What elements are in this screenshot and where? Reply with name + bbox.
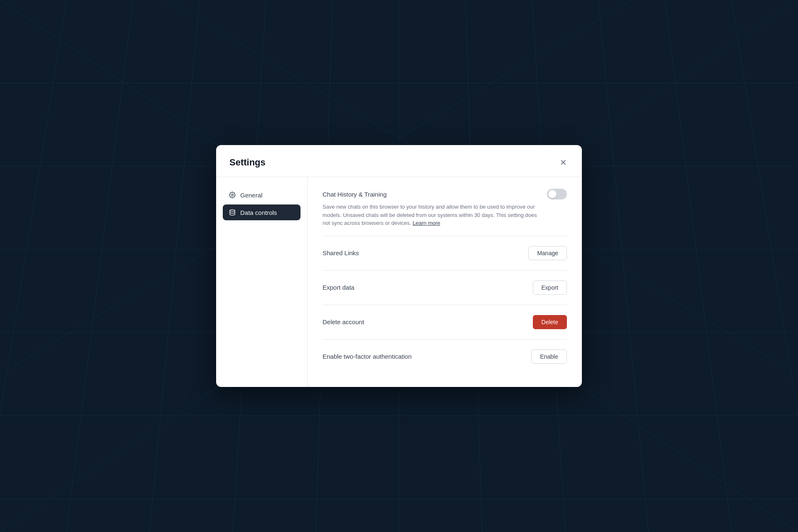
two-factor-row: Enable two-factor authentication Enable [323,350,567,364]
delete-account-label: Delete account [323,318,364,325]
svg-line-9 [665,0,732,532]
chat-history-section: Chat History & Training Save new chats o… [323,189,567,236]
close-button[interactable]: ✕ [558,157,569,168]
sidebar-item-data-controls[interactable]: Data controls [223,204,300,220]
two-factor-section: Enable two-factor authentication Enable [323,350,567,374]
svg-line-11 [732,0,798,416]
enable-button[interactable]: Enable [531,350,567,364]
modal-title: Settings [229,157,266,168]
delete-button[interactable]: Delete [533,315,567,329]
export-button[interactable]: Export [533,281,567,295]
settings-modal: Settings ✕ General [216,145,582,387]
svg-line-7 [598,0,648,532]
svg-line-8 [66,0,133,532]
close-icon: ✕ [560,158,567,167]
svg-point-23 [230,210,235,212]
delete-account-section: Delete account Delete [323,315,567,339]
chat-history-description: Save new chats on this browser to your h… [323,203,539,227]
chat-history-toggle[interactable] [547,189,567,200]
modal-body: General Data controls Chat History [216,177,582,387]
sidebar-item-label-general: General [240,192,262,199]
modal-header: Settings ✕ [216,145,582,177]
divider-3 [323,305,567,305]
learn-more-link[interactable]: Learn more [413,220,440,226]
svg-line-6 [150,0,200,532]
shared-links-label: Shared Links [323,249,359,256]
svg-line-10 [0,0,66,416]
export-data-row: Export data Export [323,281,567,295]
database-icon [229,209,236,216]
export-data-label: Export data [323,284,355,291]
two-factor-label: Enable two-factor authentication [323,353,411,360]
divider-1 [323,236,567,236]
shared-links-section: Shared Links Manage [323,246,567,270]
divider-4 [323,339,567,340]
sidebar-item-label-data-controls: Data controls [240,209,277,216]
chat-history-row: Chat History & Training [323,189,567,200]
export-data-section: Export data Export [323,281,567,305]
sidebar-item-general[interactable]: General [223,187,300,203]
svg-point-22 [232,194,233,196]
chat-history-label: Chat History & Training [323,191,387,198]
gear-icon [229,191,236,199]
sidebar: General Data controls [216,177,308,387]
manage-button[interactable]: Manage [528,246,567,260]
delete-account-row: Delete account Delete [323,315,567,329]
content-area: Chat History & Training Save new chats o… [308,177,582,387]
shared-links-row: Shared Links Manage [323,246,567,260]
divider-2 [323,270,567,271]
